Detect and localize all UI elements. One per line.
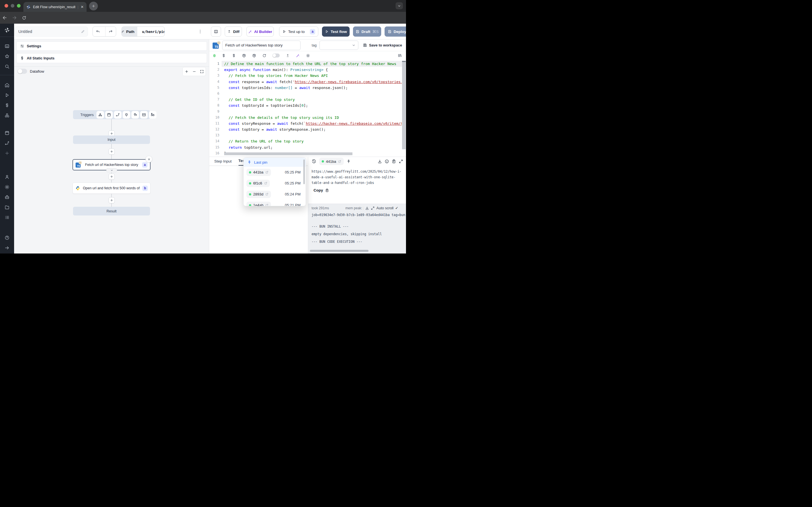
tab-search-chevron-icon[interactable] [396,2,403,9]
pin-icon[interactable] [347,159,351,164]
history-icon[interactable] [312,159,316,164]
docs-book-button[interactable] [211,26,221,37]
sidebar-item-folder[interactable] [0,202,14,212]
test-flow-button[interactable]: Test flow [322,26,350,37]
dropdown-scrollbar[interactable] [303,159,305,184]
external-link-icon[interactable] [265,193,268,196]
sidebar-item-route[interactable] [0,138,14,148]
windmill-logo[interactable] [0,27,14,33]
delete-step-icon[interactable] [146,156,152,163]
sidebar-item-play[interactable] [0,90,14,100]
tab-close-icon[interactable]: ✕ [81,5,84,9]
external-link-icon[interactable] [338,160,341,163]
window-zoom-button[interactable] [17,4,20,8]
clipboard-icon[interactable] [392,159,396,164]
window-close-button[interactable] [4,4,8,8]
dollar-icon[interactable] [221,54,226,58]
copy-button[interactable]: Copy [313,188,406,192]
external-link-icon[interactable] [265,171,268,174]
collapse-chevron-icon[interactable] [106,168,117,172]
gear-icon[interactable] [306,54,310,58]
sidebar-item-apps[interactable] [0,41,14,51]
flow-name-input[interactable]: Untitled [15,26,88,37]
browser-tab[interactable]: Edit Flow u/henri/pin_results | ✕ [23,2,87,12]
more-options-kebab-icon[interactable] [198,26,206,37]
redo-button[interactable] [105,27,116,36]
diff-button[interactable]: Diff [225,26,242,37]
library-icon[interactable] [398,53,402,58]
download-icon[interactable] [377,159,382,164]
external-link-icon[interactable] [265,204,268,206]
add-step-button[interactable] [109,149,115,155]
sidebar-item-plus[interactable] [0,148,14,158]
ai-builder-button[interactable]: AI Builder [246,26,274,37]
sidebar-item-search[interactable] [0,61,14,71]
expand-icon[interactable] [371,206,375,210]
trigger-plug-button[interactable] [123,111,130,119]
pin-history-item[interactable]: 1e4ab05:21 PM [244,200,306,206]
pin-history-item[interactable]: 2893d05:24 PM [244,189,306,200]
code-editor[interactable]: 1234567891011121314151617 // Define the … [209,60,406,157]
sidebar-item-home[interactable] [0,80,14,90]
sidebar-item-calendar[interactable] [0,128,14,138]
run-id-badge[interactable]: 2893d [246,191,271,198]
new-tab-button[interactable]: + [89,2,98,10]
trigger-webhook-button[interactable] [96,111,104,119]
add-step-button[interactable] [109,197,115,203]
deploy-button[interactable]: Deploy [385,26,406,37]
run-id-badge[interactable]: 441ba [319,158,344,165]
sidebar-item-dollar[interactable] [0,100,14,110]
tag-select[interactable] [319,41,358,50]
dollar-icon[interactable] [232,54,236,58]
refresh-icon[interactable] [262,54,266,58]
window-minimize-button[interactable] [11,4,14,8]
tab-step-input[interactable]: Step Input [214,159,232,166]
last-pin-option[interactable]: Last pin [244,158,306,167]
sidebar-item-arrowright[interactable] [0,243,14,253]
expand-icon[interactable] [399,159,403,164]
reload-icon[interactable] [19,15,29,20]
result-url[interactable]: https://www.geoffreylitt.com/2025/04/12/… [312,169,402,186]
external-link-icon[interactable] [264,182,267,185]
step-title-input[interactable]: Fetch url of HackerNews top story [222,41,301,50]
trigger-binoculars-button[interactable] [149,111,156,119]
save-to-workspace-button[interactable]: Save to workspace [361,43,404,47]
run-id-badge[interactable]: 6f1c6 [246,180,270,187]
triggers-node[interactable]: Triggers [73,110,150,119]
plusminus-icon[interactable] [286,54,290,58]
test-up-to-button[interactable]: Test up to a [279,26,318,37]
sidebar-item-help[interactable] [0,233,14,243]
download-icon[interactable] [365,206,369,210]
step-node-b[interactable]: Open url and fetch first 500 words of ..… [72,182,151,194]
box-icon[interactable] [242,54,246,58]
wand-icon[interactable] [296,54,300,58]
code-vertical-scrollbar[interactable] [402,61,406,149]
add-step-button[interactable] [109,173,115,180]
result-node[interactable]: Result [73,207,150,216]
run-id-badge[interactable]: 441ba [246,169,271,176]
trigger-plugbolt-button[interactable] [132,111,139,119]
code-horizontal-scrollbar[interactable] [224,152,352,155]
log-content[interactable]: job=019634e7-9d30-b7cb-1e89-03a64ed441ba… [308,210,406,244]
autoscroll-label[interactable]: Auto scroll [376,206,394,210]
undo-button[interactable] [93,27,103,36]
input-node[interactable]: Input [73,135,150,144]
forward-icon[interactable] [10,15,19,20]
draft-button[interactable]: Draft⌘S [353,26,381,37]
path-button[interactable]: Path u/henri/pin [121,26,165,37]
box-icon[interactable] [252,54,256,58]
sidebar-item-listdots[interactable] [0,212,14,223]
pin-history-item[interactable]: 6f1c605:25 PM [244,178,306,189]
back-icon[interactable] [0,15,10,20]
diff-mode-toggle[interactable] [272,54,280,57]
sidebar-item-gear[interactable] [0,182,14,192]
trigger-mail-button[interactable] [140,111,148,119]
run-id-badge[interactable]: 1e4ab [246,202,271,207]
sidebar-item-cubes[interactable] [0,110,14,121]
pin-history-item[interactable]: 441ba05:25 PM [244,167,306,178]
trigger-calendar-button[interactable] [105,111,113,119]
sidebar-item-star[interactable] [0,51,14,61]
sidebar-item-person[interactable] [0,172,14,182]
info-icon[interactable] [385,159,389,164]
sidebar-item-worker[interactable] [0,192,14,202]
